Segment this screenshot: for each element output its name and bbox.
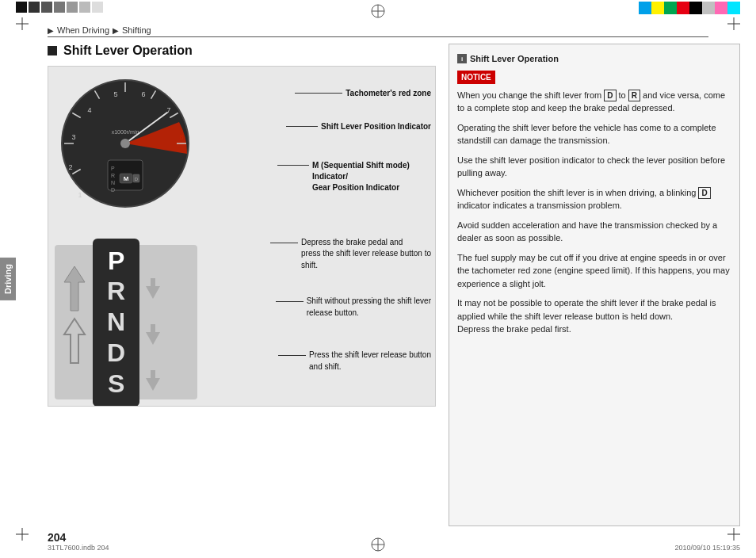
arrow-up-outline-svg — [63, 317, 86, 365]
callout-shift-lever-position: Shift Lever Position Indicator — [286, 122, 431, 131]
svg-text:N: N — [111, 180, 115, 185]
page-number: 204 — [48, 531, 66, 544]
black-squares-decoration — [16, 2, 103, 14]
callout-line-shift — [276, 301, 304, 302]
color-green — [664, 2, 677, 14]
callout-brake-depress: Depress the brake pedal andpress the shi… — [270, 237, 431, 272]
svg-text:D: D — [135, 177, 139, 182]
svg-point-26 — [120, 139, 130, 148]
prnds-s: S — [108, 369, 124, 399]
color-yellow — [651, 2, 664, 14]
breadcrumb-item-2: Shifting — [122, 25, 151, 35]
color-pink — [715, 2, 727, 14]
prnds-n: N — [107, 308, 125, 337]
svg-text:8: 8 — [179, 133, 183, 141]
shift-lever-diagram: P R N D S — [55, 245, 197, 399]
corner-mark-tl — [16, 17, 29, 30]
diagram-box: 1 2 3 4 5 6 7 8 x1000r/min — [48, 66, 436, 407]
corner-mark-br — [727, 528, 740, 541]
prnds-box: P R N D S — [93, 239, 139, 407]
callout-line-brake — [270, 243, 298, 243]
right-panel-header: i Shift Lever Operation — [457, 52, 731, 66]
reg-mark-top-center — [370, 3, 386, 21]
callout-text-shift: Shift without pressing the shift leverre… — [307, 296, 431, 319]
notice-p3: Use the shift lever position indicator t… — [457, 154, 731, 180]
svg-text:2: 2 — [68, 163, 72, 171]
callout-m-indicator: M (Sequential Shift mode) Indicator/Gear… — [277, 160, 431, 193]
breadcrumb: ▶ When Driving ▶ Shifting — [48, 25, 151, 35]
bs-2 — [29, 2, 40, 13]
notice-p2: Operating the shift lever before the veh… — [457, 121, 731, 147]
color-black — [689, 2, 702, 14]
color-silver — [702, 2, 715, 14]
color-red — [677, 2, 689, 14]
svg-marker-36 — [64, 266, 85, 311]
tachometer-svg: 1 2 3 4 5 6 7 8 x1000r/min — [56, 75, 195, 213]
corner-mark-tr — [727, 17, 740, 30]
color-lightcyan — [727, 2, 740, 14]
svg-marker-38 — [146, 278, 160, 299]
svg-text:P: P — [111, 166, 115, 171]
panel-header-icon: i — [457, 54, 467, 63]
shift-arrows — [144, 277, 162, 392]
svg-text:i: i — [461, 55, 463, 63]
arrow-up-svg — [63, 265, 86, 312]
breadcrumb-item-1: When Driving — [57, 25, 109, 35]
bs-6 — [79, 2, 90, 13]
bs-4 — [54, 2, 65, 13]
tachometer-area: 1 2 3 4 5 6 7 8 x1000r/min — [56, 75, 195, 213]
color-cyan — [639, 2, 651, 14]
panel-header-text: Shift Lever Operation — [470, 52, 559, 66]
callout-line-3 — [277, 165, 309, 166]
callout-text-2: Shift Lever Position Indicator — [321, 122, 431, 131]
callout-text-3: M (Sequential Shift mode) Indicator/Gear… — [312, 160, 431, 193]
svg-marker-40 — [146, 370, 160, 391]
bs-7 — [92, 2, 103, 13]
callout-press-release: Press the shift lever release buttonand … — [278, 350, 431, 373]
notice-p5: Avoid sudden acceleration and have the t… — [457, 219, 731, 245]
notice-p1: When you change the shift lever from D t… — [457, 89, 731, 115]
svg-text:4: 4 — [87, 106, 91, 114]
badge-d: D — [604, 90, 616, 101]
main-content: Shift Lever Operation — [48, 44, 740, 526]
up-arrows — [63, 265, 86, 365]
badge-r: R — [628, 90, 640, 101]
callout-tachometer-red-zone: Tachometer's red zone — [295, 89, 431, 97]
notice-p4: Whichever position the shift lever is in… — [457, 186, 731, 212]
down-arrow-d — [144, 369, 162, 392]
corner-mark-bl — [16, 528, 29, 541]
bs-1 — [16, 2, 27, 13]
notice-p7: It may not be possible to operate the sh… — [457, 296, 731, 336]
svg-marker-39 — [146, 324, 160, 345]
callout-line-release — [278, 355, 306, 356]
bs-3 — [41, 2, 52, 13]
callout-text-release: Press the shift lever release buttonand … — [309, 350, 431, 373]
breadcrumb-arrow-1: ▶ — [48, 26, 54, 35]
side-tab: Driving — [0, 258, 16, 300]
prnds-p: P — [108, 247, 124, 276]
right-panel: i Shift Lever Operation NOTICE When you … — [449, 44, 740, 526]
callout-text-1: Tachometer's red zone — [346, 89, 431, 97]
section-title-text: Shift Lever Operation — [63, 44, 193, 58]
bs-5 — [67, 2, 78, 13]
notice-p6: The fuel supply may be cut off if you dr… — [457, 251, 731, 291]
svg-text:x1000r/min: x1000r/min — [112, 129, 139, 135]
svg-text:1: 1 — [78, 191, 82, 199]
reg-mark-bottom-center — [370, 537, 386, 555]
footer-right: 2010/09/10 15:19:35 — [674, 544, 740, 552]
callout-line-1 — [295, 93, 342, 94]
prnds-d: D — [107, 338, 125, 368]
svg-text:6: 6 — [141, 90, 145, 98]
section-title-square — [48, 46, 57, 55]
breadcrumb-line — [48, 36, 708, 37]
callout-line-2 — [286, 126, 318, 127]
section-title: Shift Lever Operation — [48, 44, 436, 58]
color-strip-right — [639, 2, 740, 14]
left-panel: Shift Lever Operation — [48, 44, 436, 526]
svg-text:5: 5 — [113, 90, 117, 98]
callout-text-brake: Depress the brake pedal andpress the shi… — [301, 237, 431, 272]
svg-text:M: M — [124, 175, 129, 182]
prnds-r: R — [107, 277, 125, 306]
callout-shift-without: Shift without pressing the shift leverre… — [276, 296, 431, 319]
footer-left: 31TL7600.indb 204 — [48, 544, 109, 552]
